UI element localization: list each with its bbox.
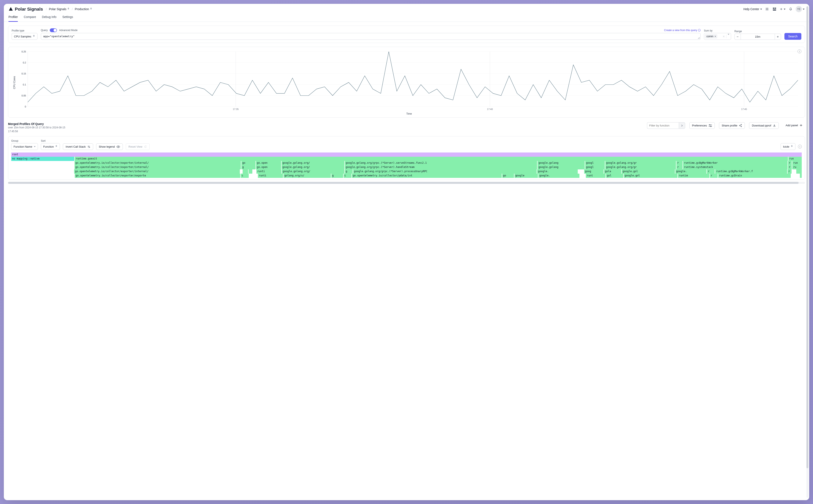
flame-cell[interactable]: go.opentelemetry.io/collector/exporter/i… xyxy=(74,161,241,165)
flame-cell[interactable]: google. xyxy=(538,174,579,178)
flame-cell[interactable]: r xyxy=(788,169,792,174)
flame-cell[interactable]: g xyxy=(241,165,256,169)
flame-cell[interactable]: go xyxy=(502,174,514,178)
flame-cell[interactable]: ru xyxy=(792,165,802,169)
flame-cell[interactable]: go.opentelemetry.io/collector/exporter/i… xyxy=(74,169,240,174)
flame-cell[interactable]: google.gol xyxy=(624,174,677,178)
flame-cell[interactable]: google.golang.org/gr xyxy=(605,165,676,169)
create-button[interactable] xyxy=(780,8,785,11)
invert-call-stack-button[interactable]: Invert Call Stack xyxy=(63,143,93,150)
flame-cell[interactable] xyxy=(249,169,253,174)
flame-info-button[interactable]: i xyxy=(798,145,802,148)
sum-by-select[interactable]: comm ✕ ✕ xyxy=(704,33,731,40)
theme-toggle-button[interactable] xyxy=(765,7,769,11)
profile-type-select[interactable]: CPU Samples xyxy=(12,33,37,40)
vertical-scrollbar-thumb[interactable] xyxy=(806,6,808,468)
horizontal-scrollbar-thumb[interactable] xyxy=(8,182,799,184)
flame-cell[interactable]: google xyxy=(514,174,538,178)
clear-all-icon[interactable]: ✕ xyxy=(723,35,725,38)
flame-cell[interactable]: google.golang xyxy=(537,161,585,165)
feedback-button[interactable] xyxy=(772,7,777,11)
flame-cell[interactable]: google.golang.org/ xyxy=(282,169,344,174)
flame-cell[interactable]: r xyxy=(710,174,718,178)
flame-cell[interactable]: runtim xyxy=(678,174,710,178)
tab-settings[interactable]: Settings xyxy=(62,14,73,22)
flame-cell[interactable]: no mapping::native xyxy=(11,157,74,161)
range-decrease-button[interactable]: − xyxy=(735,34,741,40)
chart-canvas[interactable]: 00.050.10.150.20.2517:3517:4017:45 xyxy=(18,50,800,111)
flame-cell[interactable]: r xyxy=(707,169,715,174)
flame-cell[interactable]: run xyxy=(792,161,802,165)
flame-cell[interactable]: r xyxy=(788,165,792,169)
breadcrumb-project[interactable]: Production xyxy=(75,7,92,11)
flame-cell[interactable]: go xyxy=(241,161,256,165)
flame-cell[interactable]: runtime.gcBgMarkWorker xyxy=(683,161,787,165)
help-center-button[interactable]: Help Center xyxy=(743,7,762,11)
range-increase-button[interactable]: + xyxy=(775,34,781,40)
flame-cell[interactable]: google. xyxy=(537,169,578,174)
flame-cell[interactable]: g xyxy=(331,174,343,178)
create-view-link[interactable]: Create a view from this query i xyxy=(664,29,701,32)
tab-profiler[interactable]: Profiler xyxy=(8,14,18,22)
dropdown-icon[interactable] xyxy=(728,35,729,38)
flame-cell[interactable]: go.opentelemetry.io/collector/exporter/e… xyxy=(75,174,240,178)
flame-cell[interactable]: c xyxy=(344,174,351,178)
flame-cell[interactable]: google.gol xyxy=(622,169,675,174)
group-select[interactable]: Function Name xyxy=(11,143,38,150)
vertical-scrollbar[interactable] xyxy=(806,6,808,498)
flame-cell[interactable]: gola xyxy=(604,169,621,174)
flame-cell[interactable]: google.golang.org/gr xyxy=(605,161,676,165)
sort-select[interactable]: Function xyxy=(41,143,60,150)
flame-cell[interactable]: go.open xyxy=(256,161,281,165)
flame-cell[interactable]: runt xyxy=(586,174,605,178)
flame-cell[interactable]: go.opentelemetry.io/collector/exporter/i… xyxy=(74,165,241,169)
filter-submit-button[interactable] xyxy=(679,122,685,129)
filter-input[interactable] xyxy=(647,122,679,129)
flame-cell[interactable]: google.golang.org/ xyxy=(282,165,345,169)
flame-cell[interactable] xyxy=(243,169,248,174)
flame-cell[interactable]: google.golang.org/ xyxy=(282,161,345,165)
avatar[interactable]: YE xyxy=(796,6,802,12)
flame-cell[interactable] xyxy=(796,169,802,174)
flame-cell[interactable]: google. xyxy=(675,169,707,174)
horizontal-scrollbar[interactable] xyxy=(8,182,805,184)
flame-cell[interactable]: c xyxy=(241,174,249,178)
sum-by-chip[interactable]: comm ✕ xyxy=(705,34,718,38)
tab-debug-info[interactable]: Debug Info xyxy=(42,14,56,22)
flame-cell[interactable]: google.golang xyxy=(537,165,585,169)
remove-chip-icon[interactable]: ✕ xyxy=(714,35,716,38)
download-pprof-button[interactable]: Download pprof xyxy=(749,122,779,129)
flame-cell[interactable]: runtime.gcDrain xyxy=(718,174,791,178)
flame-cell[interactable]: googl xyxy=(585,161,605,165)
flame-cell[interactable]: gol xyxy=(606,174,623,178)
flame-cell[interactable]: runti xyxy=(258,174,283,178)
reset-view-button[interactable]: Reset View xyxy=(126,143,150,150)
logo[interactable]: Polar Signals xyxy=(8,7,43,12)
chart-info-button[interactable]: i xyxy=(798,49,801,53)
view-type-select[interactable]: Icicle xyxy=(781,143,795,150)
flame-cell[interactable]: g xyxy=(345,169,353,174)
range-value[interactable]: 15m xyxy=(741,34,775,40)
flame-cell[interactable]: google.golang.org/grpc.(*Server).process… xyxy=(353,169,537,174)
show-legend-button[interactable]: Show legend xyxy=(96,143,123,150)
chevron-down-icon[interactable] xyxy=(803,9,805,10)
flamegraph[interactable]: rootno mapping::nativeruntime.goexitrung… xyxy=(11,152,802,178)
notifications-button[interactable] xyxy=(788,7,793,11)
flame-cell[interactable]: r xyxy=(677,165,683,169)
flame-cell[interactable]: r xyxy=(788,161,792,165)
query-input[interactable]: app="opentelemetry" xyxy=(41,33,701,40)
flame-cell[interactable]: google.golang.org/grpc.(*Server).serveSt… xyxy=(345,161,537,165)
flame-cell[interactable]: go.open xyxy=(256,165,281,169)
add-panel-button[interactable]: Add panel xyxy=(783,122,805,128)
flame-cell[interactable]: go.opentelemetry.io/collector/pdata/int xyxy=(352,174,502,178)
search-button[interactable]: Search xyxy=(784,33,801,40)
flame-cell[interactable]: run xyxy=(788,157,802,161)
flame-cell[interactable]: runtime.goexit xyxy=(75,157,788,161)
flame-cell[interactable]: runtime.gcBgMarkWorker.f xyxy=(715,169,787,174)
tab-compare[interactable]: Compare xyxy=(24,14,36,22)
advanced-mode-toggle[interactable] xyxy=(50,28,57,32)
preferences-button[interactable]: Preferences xyxy=(689,122,715,129)
flame-cell[interactable]: golang.org/x/ xyxy=(284,174,331,178)
flame-cell[interactable] xyxy=(800,174,802,178)
flame-cell[interactable]: root xyxy=(11,152,802,157)
